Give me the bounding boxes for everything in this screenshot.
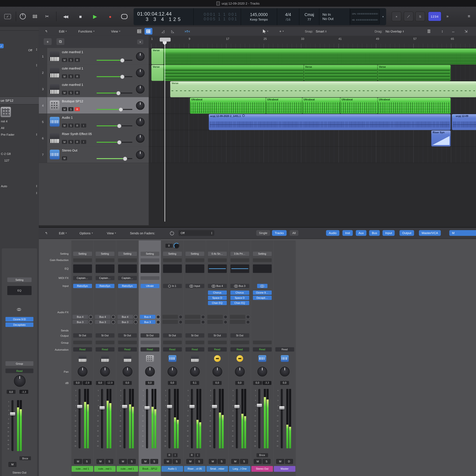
- pan-knob[interactable]: [167, 367, 177, 376]
- channel-setting-button[interactable]: Setting: [185, 252, 204, 256]
- volume-slider[interactable]: [97, 125, 132, 126]
- cycle-button[interactable]: [119, 11, 129, 22]
- channel-name[interactable]: cute…red 1: [117, 466, 138, 472]
- eq-thumbnail[interactable]: [118, 264, 137, 273]
- mute-button[interactable]: M: [254, 459, 262, 464]
- volume-value[interactable]: 0,0: [213, 381, 221, 385]
- inspector-prefader-row[interactable]: Pre Fader: [1, 133, 15, 136]
- volume-fader[interactable]: [12, 400, 14, 451]
- channel-name[interactable]: cute…red 1: [72, 466, 93, 472]
- vertical-zoom-icon[interactable]: ↕: [438, 28, 446, 34]
- mixer-view-single-button[interactable]: Single: [256, 230, 270, 236]
- volume-fader[interactable]: [79, 389, 81, 448]
- volume-value[interactable]: 0,0: [168, 381, 177, 385]
- mixer-options-menu[interactable]: Options▾: [80, 229, 93, 238]
- output-slot[interactable]: St Out: [208, 333, 227, 338]
- midi-region[interactable]: Verse: [304, 65, 378, 81]
- volume-slider[interactable]: [97, 76, 132, 77]
- lcd-time-signature[interactable]: 4/4 /16: [277, 8, 299, 25]
- fade-tool-icon[interactable]: ◺: [169, 28, 177, 34]
- functions-menu[interactable]: Functions▾: [78, 27, 94, 36]
- pan-knob[interactable]: [136, 134, 145, 143]
- stepper-icon[interactable]: ▴▾: [36, 133, 37, 136]
- mute-button[interactable]: M: [62, 156, 67, 160]
- audio-region[interactable]: ucpj 12-09-2020 2_1#01.1: [208, 114, 451, 130]
- solo-button[interactable]: S: [83, 459, 91, 464]
- track-header[interactable]: 6 Riser Synth Effect 05 M S R I: [39, 130, 149, 147]
- input-slot[interactable]: [257, 284, 267, 288]
- crossfade-tool-icon[interactable]: ◿: [159, 28, 167, 34]
- send-slot-empty[interactable]: [207, 315, 223, 319]
- track-name[interactable]: Stereo Out: [62, 149, 77, 152]
- track-name[interactable]: cute manfred 1: [62, 83, 83, 86]
- eq-thumbnail[interactable]: [73, 264, 92, 273]
- output-slot[interactable]: St Out: [230, 333, 249, 338]
- send-slot-empty[interactable]: [207, 320, 223, 324]
- inspector-channel-row[interactable]: All: [1, 126, 4, 130]
- duplicate-track-button[interactable]: ⧉: [56, 38, 64, 45]
- volume-fader[interactable]: [191, 389, 193, 448]
- input-slot[interactable]: RetroSyn: [118, 284, 137, 288]
- solo-off-button[interactable]: S: [415, 12, 425, 21]
- automation-mode-button[interactable]: Read: [118, 347, 137, 352]
- more-chevrons-button[interactable]: »: [443, 12, 452, 21]
- stepper-icon[interactable]: ▴▾: [36, 185, 37, 187]
- count-in-button[interactable]: 1234: [428, 12, 442, 21]
- pan-knob[interactable]: [136, 102, 145, 110]
- arrange-lanes[interactable]: Verse Verse Verse Verse Verse Ultrabeat …: [149, 48, 476, 225]
- automation-mode-button[interactable]: Read: [163, 347, 182, 352]
- channel-setting-button[interactable]: 0.4s Sn…: [208, 252, 227, 256]
- lcd-key[interactable]: Cmaj 77: [299, 8, 319, 25]
- eq-thumbnail[interactable]: EQ: [7, 286, 32, 295]
- midi-region[interactable]: Ultrabeat: [302, 97, 341, 114]
- filter-audio-button[interactable]: Audio: [326, 230, 339, 236]
- playhead-locator-chip[interactable]: [160, 38, 170, 42]
- send-slot[interactable]: Bus 3: [72, 320, 88, 324]
- volume-fader[interactable]: [258, 389, 260, 448]
- lcd-chevron-icon[interactable]: ▾: [382, 15, 384, 18]
- output-slot[interactable]: St Out: [96, 333, 114, 338]
- bounce-button[interactable]: Bnce: [19, 456, 31, 460]
- solo-button[interactable]: S: [263, 459, 271, 464]
- send-slot-empty[interactable]: [230, 315, 245, 319]
- list-editors-button[interactable]: ≡: [464, 12, 474, 21]
- solo-button[interactable]: S: [218, 459, 226, 464]
- track-name[interactable]: cute manfred 1: [62, 50, 83, 54]
- record-button[interactable]: ●: [105, 11, 115, 22]
- automation-mode-button[interactable]: Read: [5, 369, 33, 373]
- solo-button[interactable]: S: [173, 459, 181, 464]
- mute-button[interactable]: M: [97, 459, 104, 464]
- volume-value[interactable]: 0,1: [190, 381, 199, 385]
- audio-fx-slot[interactable]: Space D: [230, 296, 249, 300]
- filter-bus-button[interactable]: Bus: [369, 230, 380, 236]
- send-slot[interactable]: Bus 3: [140, 320, 155, 324]
- volume-fader[interactable]: [236, 389, 238, 448]
- pan-knob[interactable]: [136, 118, 145, 126]
- mute-button[interactable]: M: [209, 459, 217, 464]
- midi-fx-slot[interactable]: [140, 276, 159, 280]
- automation-mode-button[interactable]: Read: [230, 347, 249, 352]
- solo-button[interactable]: S: [240, 459, 248, 464]
- channel-name[interactable]: Riser…ct 05: [184, 466, 205, 472]
- eq-thumbnail[interactable]: [230, 264, 249, 273]
- midi-region[interactable]: Verse: [170, 81, 476, 97]
- send-slot-empty[interactable]: [185, 320, 200, 324]
- input-slot[interactable]: RetroSyn: [73, 284, 92, 288]
- input-monitor-button[interactable]: I: [81, 140, 86, 144]
- back-arrow-icon[interactable]: ↰: [45, 229, 48, 238]
- pan-knob[interactable]: [190, 367, 200, 376]
- lcd-display[interactable]: 01:00:04:12.44 3 3 4 125 0001 1 1 001 00…: [134, 8, 386, 25]
- send-knob[interactable]: [89, 320, 92, 324]
- group-slot[interactable]: [208, 341, 227, 344]
- mute-button[interactable]: M: [231, 459, 239, 464]
- audio-region[interactable]: Riser Syn: [431, 130, 451, 147]
- solo-button[interactable]: S: [150, 459, 158, 464]
- channel-name[interactable]: Audio 1: [162, 466, 183, 472]
- edit-menu[interactable]: Edit▾: [59, 27, 67, 36]
- catch-playhead-icon[interactable]: >T<: [183, 28, 191, 34]
- mute-button[interactable]: M: [119, 459, 127, 464]
- eq-thumbnail[interactable]: [208, 264, 227, 273]
- channel-name[interactable]: Stereo Out: [251, 466, 273, 472]
- input-gain-value[interactable]: 0: [165, 244, 173, 248]
- fader-cap[interactable]: [189, 405, 195, 408]
